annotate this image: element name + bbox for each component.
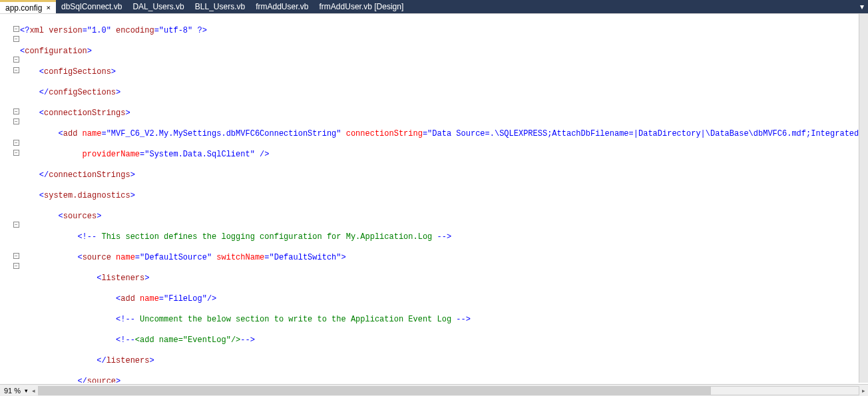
tab-dbsqlconnect[interactable]: dbSqlConnect.vb — [56, 0, 127, 13]
tab-label: frmAddUser.vb — [256, 2, 308, 11]
fold-toggle[interactable]: − — [13, 26, 19, 32]
scroll-left-icon[interactable]: ◂ — [32, 387, 35, 394]
tab-label: DAL_Users.vb — [132, 2, 184, 11]
tab-overflow-dropdown[interactable]: ▾ — [856, 0, 868, 13]
zoom-dropdown-icon[interactable]: ▾ — [25, 387, 28, 394]
fold-toggle[interactable]: − — [13, 57, 19, 63]
fold-toggle[interactable]: − — [13, 36, 19, 42]
outline-gutter: − − − − − − − − − − − — [0, 14, 20, 383]
tab-frmadduser[interactable]: frmAddUser.vb — [250, 0, 314, 13]
vertical-scrollbar[interactable] — [859, 14, 868, 383]
fold-toggle[interactable]: − — [13, 222, 19, 228]
tab-app-config[interactable]: app.config × — [0, 0, 56, 13]
tab-frmadduser-design[interactable]: frmAddUser.vb [Design] — [314, 0, 409, 13]
scrollbar-thumb[interactable] — [39, 387, 711, 395]
scroll-right-icon[interactable]: ▸ — [862, 387, 865, 394]
tab-dal-users[interactable]: DAL_Users.vb — [127, 0, 189, 13]
zoom-level[interactable]: 91 % — [0, 387, 25, 395]
tab-bll-users[interactable]: BLL_Users.vb — [190, 0, 250, 13]
tab-label: app.config — [5, 3, 42, 13]
fold-toggle[interactable]: − — [13, 150, 19, 156]
fold-toggle[interactable]: − — [13, 118, 19, 124]
fold-toggle[interactable]: − — [13, 108, 19, 114]
tab-label: frmAddUser.vb [Design] — [320, 2, 404, 11]
code-editor[interactable]: − − − − − − − − − − − <?xml version="1.0… — [0, 13, 868, 383]
status-bar: 91 % ▾ ◂ ▸ — [0, 384, 868, 396]
horizontal-scrollbar[interactable] — [38, 386, 859, 395]
fold-toggle[interactable]: − — [13, 140, 19, 146]
fold-toggle[interactable]: − — [13, 263, 19, 269]
chevron-down-icon: ▾ — [860, 2, 864, 11]
tab-label: BLL_Users.vb — [195, 2, 245, 11]
tab-label: dbSqlConnect.vb — [61, 2, 122, 11]
document-tab-bar: app.config × dbSqlConnect.vb DAL_Users.v… — [0, 0, 868, 13]
code-content[interactable]: <?xml version="1.0" encoding="utf-8" ?> … — [20, 14, 859, 383]
fold-toggle[interactable]: − — [13, 253, 19, 259]
close-icon[interactable]: × — [46, 3, 51, 12]
fold-toggle[interactable]: − — [13, 67, 19, 73]
